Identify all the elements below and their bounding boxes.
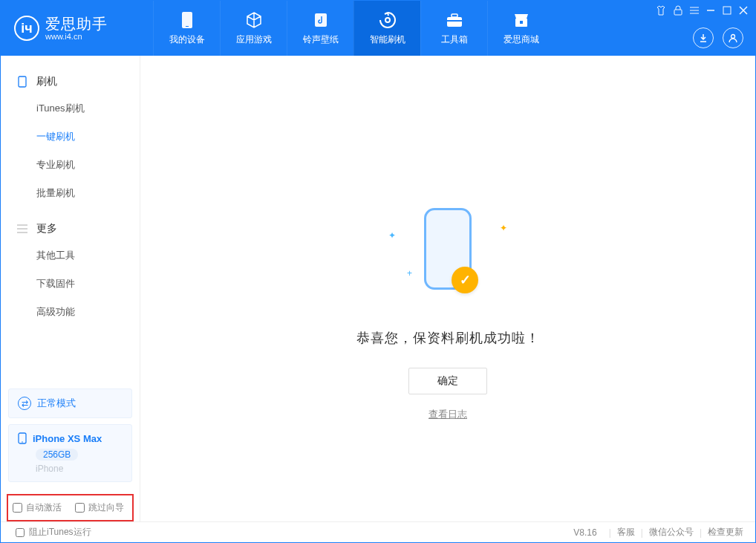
user-button[interactable] [723,27,743,48]
version-label: V8.16 [573,527,596,538]
footer: 阻止iTunes运行 V8.16 | 客服 | 微信公众号 | 检查更新 [1,521,755,542]
svg-rect-6 [447,20,462,22]
header: iч 爱思助手 www.i4.cn 我的设备 应用游戏 铃声壁纸 [1,1,755,56]
sidebar-item-itunes-flash[interactable]: iTunes刷机 [1,94,140,123]
download-button[interactable] [693,27,714,48]
svg-rect-19 [19,77,26,87]
minimize-button[interactable] [706,6,715,15]
shirt-icon[interactable] [656,5,666,16]
sidebar-item-pro-flash[interactable]: 专业刷机 [1,151,140,179]
maximize-button[interactable] [723,6,731,15]
mode-label: 正常模式 [37,397,76,410]
mode-block[interactable]: ⇄ 正常模式 [8,388,132,418]
device-icon [181,10,193,30]
svg-rect-9 [674,10,682,15]
svg-point-18 [731,35,735,39]
music-icon [313,10,329,30]
svg-rect-2 [315,13,327,27]
lock-icon[interactable] [674,5,682,16]
phone-outline-icon [16,76,29,88]
check-icon: ✓ [452,267,478,293]
close-button[interactable] [739,6,748,15]
svg-rect-4 [447,17,462,27]
checkbox-highlight-area: 自动激活 跳过向导 [7,494,134,521]
sidebar-item-other-tools[interactable]: 其他工具 [1,241,140,270]
svg-point-24 [22,441,23,443]
stop-itunes-label: 阻止iTunes运行 [29,526,91,539]
sidebar-item-oneclick-flash[interactable]: 一键刷机 [1,123,140,151]
phone-icon [18,432,27,444]
checkbox-auto-activate[interactable]: 自动激活 [13,501,62,514]
svg-rect-5 [452,14,457,17]
skip-guide-checkbox[interactable] [75,503,85,513]
nav-smart-flash[interactable]: 智能刷机 [353,1,420,56]
view-log-link[interactable]: 查看日志 [428,408,467,421]
nav-shop[interactable]: 爱思商城 [487,1,554,56]
svg-rect-8 [520,21,523,24]
cube-icon [245,10,263,30]
svg-rect-14 [723,7,731,14]
sidebar: 刷机 iTunes刷机 一键刷机 专业刷机 批量刷机 更多 其他工具 下载固件 … [1,56,140,521]
app-subtitle: www.i4.cn [45,32,108,41]
app-title: 爱思助手 [45,16,108,32]
list-icon [16,224,29,233]
menu-icon[interactable] [690,6,699,15]
logo-area: iч 爱思助手 www.i4.cn [1,16,153,41]
checkbox-skip-guide[interactable]: 跳过向导 [75,501,124,514]
sidebar-section-flash: 刷机 [1,69,140,94]
device-name: iPhone XS Max [33,433,102,444]
refresh-icon [379,10,397,30]
toolbox-icon [446,10,463,30]
svg-point-3 [385,18,390,22]
main-content: ✦ ✦ + ✓ 恭喜您，保资料刷机成功啦！ 确定 查看日志 [140,56,755,521]
shop-icon [512,10,530,30]
sidebar-item-advanced[interactable]: 高级功能 [1,298,140,326]
auto-activate-checkbox[interactable] [13,503,22,513]
footer-link-update[interactable]: 检查更新 [708,526,743,539]
success-message: 恭喜您，保资料刷机成功啦！ [356,329,540,347]
navbar: 我的设备 应用游戏 铃声壁纸 智能刷机 工具箱 [153,1,554,56]
ok-button[interactable]: 确定 [408,368,487,394]
logo-icon: iч [14,16,39,41]
stop-itunes-checkbox[interactable] [16,528,25,537]
swap-icon: ⇄ [18,397,31,410]
sidebar-section-more: 更多 [1,216,140,241]
nav-ringtones[interactable]: 铃声壁纸 [287,1,353,56]
sidebar-item-download-firmware[interactable]: 下载固件 [1,270,140,298]
footer-link-support[interactable]: 客服 [617,526,635,539]
nav-my-device[interactable]: 我的设备 [153,1,220,56]
sidebar-item-batch-flash[interactable]: 批量刷机 [1,179,140,207]
svg-rect-0 [182,12,192,28]
svg-rect-1 [186,26,189,27]
nav-toolbox[interactable]: 工具箱 [420,1,487,56]
device-block[interactable]: iPhone XS Max 256GB iPhone [8,424,132,482]
nav-apps-games[interactable]: 应用游戏 [220,1,287,56]
storage-badge: 256GB [36,449,78,461]
device-type: iPhone [36,464,123,474]
success-illustration: ✦ ✦ + ✓ [381,204,515,293]
footer-link-wechat[interactable]: 微信公众号 [649,526,694,539]
phone-frame-icon: ✓ [424,208,472,290]
